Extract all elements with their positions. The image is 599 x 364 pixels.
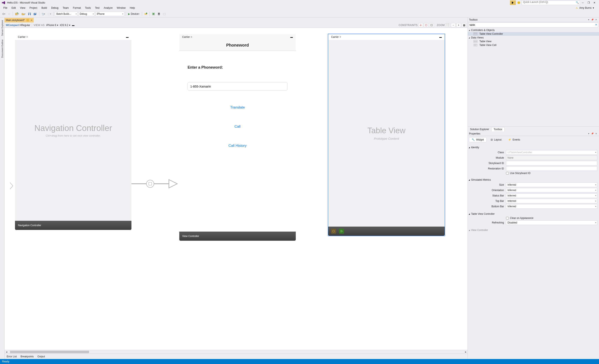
scene-label-nav[interactable]: Navigation Controller: [15, 221, 132, 230]
navigation-controller-scene[interactable]: Carrier ᯤ ▬ Navigation Controller Ctrl+d…: [15, 34, 132, 230]
root-segue[interactable]: [132, 178, 179, 191]
phoneword-input[interactable]: [188, 82, 287, 90]
call-history-button[interactable]: Call History: [188, 144, 287, 148]
redo-button[interactable]: [47, 12, 52, 16]
start-debug-button[interactable]: ▶ Device: [127, 12, 141, 16]
size-class-w[interactable]: WCompact: [6, 24, 19, 27]
save-button[interactable]: [27, 12, 32, 16]
document-outline-tab[interactable]: Document Outline: [1, 38, 4, 59]
call-button[interactable]: Call: [188, 124, 287, 129]
user-menu[interactable]: ⚠ Amy Burns ▾: [576, 7, 598, 9]
zoom-fit-icon[interactable]: ⛶: [446, 23, 450, 27]
pin-icon[interactable]: 📌: [591, 132, 594, 135]
bottom-bar-combo[interactable]: Inferred: [506, 204, 597, 209]
menu-file[interactable]: File: [1, 6, 9, 10]
output-tab[interactable]: Output: [37, 355, 45, 358]
batch-build-combo[interactable]: Batch Build...: [55, 12, 78, 16]
close-panel-icon[interactable]: ✕: [594, 18, 598, 21]
server-explorer-tab[interactable]: Server Explorer: [1, 19, 4, 37]
toolbox-item-table-view-cell[interactable]: Table View Cell: [468, 43, 599, 47]
menu-test[interactable]: Test: [93, 6, 102, 10]
first-responder-icon[interactable]: [331, 229, 336, 234]
pin-icon[interactable]: 📌: [591, 18, 594, 21]
menu-help[interactable]: Help: [128, 6, 137, 10]
class-combo[interactable]: UITableViewController: [506, 150, 597, 155]
storyboard-id-input[interactable]: [506, 161, 597, 165]
constraint-update-icon[interactable]: [424, 23, 428, 27]
size-combo[interactable]: Inferred: [506, 182, 597, 187]
constraint-frame-icon[interactable]: [418, 23, 423, 27]
menu-debug[interactable]: Debug: [49, 6, 61, 10]
minimize-button[interactable]: ─: [580, 0, 586, 5]
menu-build[interactable]: Build: [39, 6, 49, 10]
canvas-h-scrollbar[interactable]: ◀ ▶: [5, 350, 467, 354]
toolbox-search[interactable]: ✕: [469, 22, 598, 27]
refreshing-combo[interactable]: Disabled: [506, 220, 597, 225]
phoneword-prompt-label[interactable]: Enter a Phoneword:: [188, 65, 287, 70]
menu-tools[interactable]: Tools: [83, 6, 93, 10]
size-class-h[interactable]: HRegular: [19, 24, 30, 27]
tvc-section-header[interactable]: Table View Controller: [469, 212, 597, 216]
exit-icon[interactable]: [339, 229, 344, 234]
feedback-flag-button[interactable]: [510, 0, 516, 5]
document-tab-main-storyboard[interactable]: Main.storyboard* ✕: [5, 18, 34, 22]
toolbox-item-table-view-controller[interactable]: Table View Controller: [468, 32, 599, 36]
storyboard-canvas[interactable]: Carrier ᯤ ▬ Navigation Controller Ctrl+d…: [5, 28, 467, 350]
pin-icon[interactable]: [26, 19, 29, 21]
ios-version-selector[interactable]: iOS 9.2 ▾: [60, 24, 70, 27]
toolbox-item-table-view[interactable]: Table View: [468, 40, 599, 43]
menu-window[interactable]: Window: [115, 6, 128, 10]
clear-on-appearance-checkbox[interactable]: [506, 217, 509, 219]
orientation-toggle[interactable]: ▬: [72, 24, 74, 27]
properties-panel-header[interactable]: Properties ▾📌✕: [468, 131, 599, 136]
properties-tab-events[interactable]: ⚡Events: [506, 137, 523, 142]
config-combo[interactable]: Debug: [78, 12, 95, 16]
back-nav-button[interactable]: [1, 12, 7, 16]
mac-agent-button[interactable]: [143, 12, 148, 16]
device-log-button[interactable]: [151, 12, 156, 16]
restoration-id-input[interactable]: [506, 166, 597, 171]
view-controller-section-header[interactable]: View Controller: [469, 228, 597, 232]
panel-menu-icon[interactable]: ▾: [587, 132, 590, 135]
platform-combo[interactable]: iPhone: [95, 12, 124, 16]
initial-vc-arrow[interactable]: [9, 182, 14, 191]
menu-analyze[interactable]: Analyze: [102, 6, 115, 10]
undo-button[interactable]: [41, 12, 46, 16]
status-bar-combo[interactable]: Inferred: [506, 193, 597, 198]
close-panel-icon[interactable]: ✕: [594, 132, 598, 135]
top-bar-combo[interactable]: Inferred: [506, 199, 597, 203]
identity-section-header[interactable]: Identity: [469, 146, 597, 149]
scene-label-view[interactable]: View Controller: [179, 232, 296, 241]
solution-explorer-tab[interactable]: Solution Explorer: [468, 127, 491, 131]
toolbox-cat-controllers[interactable]: Controllers & Objects: [468, 28, 599, 32]
device-selector[interactable]: iPhone 6 ▾: [46, 24, 58, 27]
restore-button[interactable]: ❐: [586, 0, 591, 5]
properties-tab-widget[interactable]: 🔧Widget: [469, 137, 486, 142]
error-list-tab[interactable]: Error List: [7, 355, 17, 358]
close-button[interactable]: ✕: [591, 0, 597, 5]
nav-bar-title[interactable]: Phoneword: [179, 40, 296, 51]
simulated-metrics-section-header[interactable]: Simulated Metrics: [469, 178, 597, 182]
properties-tab-layout[interactable]: ⊟Layout: [488, 137, 504, 142]
new-project-button[interactable]: [14, 12, 20, 16]
zoom-in-icon[interactable]: +: [456, 23, 461, 27]
table-view-controller-scene[interactable]: Carrier ᯤ ▬ Table View Prototype Content: [328, 34, 445, 236]
view-controller-scene[interactable]: Carrier ᯤ ▬ Phoneword Enter a Phoneword:…: [179, 34, 296, 241]
breakpoints-tab[interactable]: Breakpoints: [21, 355, 34, 358]
open-file-button[interactable]: [21, 12, 27, 16]
use-storyboard-id-checkbox[interactable]: [506, 172, 509, 175]
send-smile-button[interactable]: 🙂: [516, 0, 522, 5]
toolbox-cat-data-views[interactable]: Data Views: [468, 36, 599, 40]
show-ios-sim-button[interactable]: [156, 12, 161, 16]
scene-dock[interactable]: [328, 227, 445, 236]
close-tab-icon[interactable]: ✕: [31, 19, 32, 22]
module-input[interactable]: [506, 156, 597, 160]
menu-format[interactable]: Format: [71, 6, 83, 10]
zoom-actual-icon[interactable]: ▦: [462, 23, 466, 27]
menu-project[interactable]: Project: [27, 6, 39, 10]
menu-view[interactable]: View: [18, 6, 27, 10]
toolbox-search-input[interactable]: [470, 23, 594, 27]
menu-edit[interactable]: Edit: [9, 6, 18, 10]
menu-team[interactable]: Team: [61, 6, 71, 10]
zoom-out-icon[interactable]: −: [451, 23, 456, 27]
